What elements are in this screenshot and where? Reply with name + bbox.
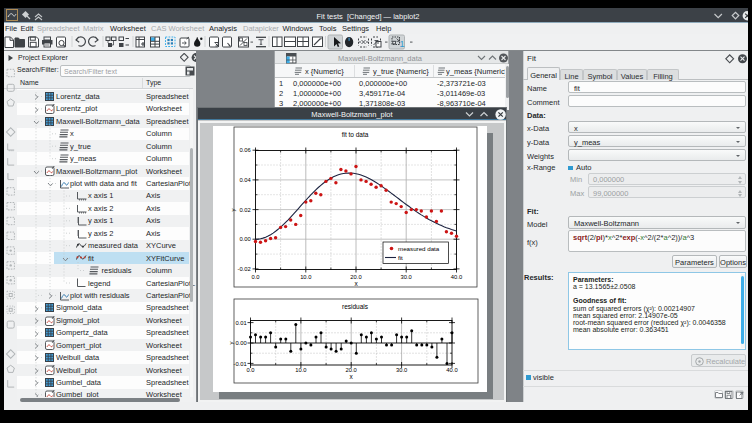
svg-text:30.0: 30.0	[396, 367, 407, 373]
svg-text:40.0: 40.0	[446, 367, 457, 373]
svg-text:residuals: residuals	[342, 303, 369, 310]
svg-text:0.00: 0.00	[235, 340, 246, 346]
svg-text:y: y	[228, 342, 234, 345]
svg-text:0.0: 0.0	[246, 367, 254, 373]
svg-text:0.01: 0.01	[235, 320, 246, 326]
svg-text:-0.01: -0.01	[233, 361, 246, 367]
svg-text:10.0: 10.0	[295, 367, 306, 373]
